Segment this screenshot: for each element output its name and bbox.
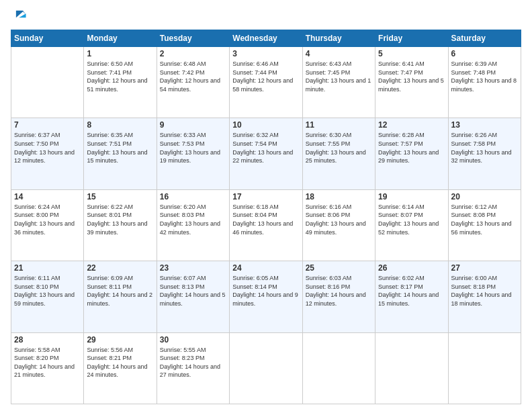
cell-info: Sunrise: 6:16 AMSunset: 8:06 PMDaylight:… <box>306 203 372 236</box>
calendar-cell: 28Sunrise: 5:58 AMSunset: 8:20 PMDayligh… <box>11 332 84 404</box>
calendar-cell: 16Sunrise: 6:20 AMSunset: 8:03 PMDayligh… <box>157 189 229 261</box>
cell-info: Sunrise: 6:14 AMSunset: 8:07 PMDaylight:… <box>378 203 445 236</box>
calendar-table: SundayMondayTuesdayWednesdayThursdayFrid… <box>11 30 521 404</box>
calendar-cell: 18Sunrise: 6:16 AMSunset: 8:06 PMDayligh… <box>302 189 375 261</box>
calendar-cell: 13Sunrise: 6:26 AMSunset: 7:58 PMDayligh… <box>448 118 521 189</box>
calendar-cell: 2Sunrise: 6:48 AMSunset: 7:42 PMDaylight… <box>157 47 229 118</box>
day-number: 28 <box>14 335 81 345</box>
week-row-5: 28Sunrise: 5:58 AMSunset: 8:20 PMDayligh… <box>11 332 521 404</box>
calendar-cell: 12Sunrise: 6:28 AMSunset: 7:57 PMDayligh… <box>375 118 448 189</box>
day-number: 14 <box>14 192 81 201</box>
day-number: 20 <box>451 192 518 201</box>
calendar-cell: 23Sunrise: 6:07 AMSunset: 8:13 PMDayligh… <box>157 261 229 332</box>
week-row-1: 1Sunrise: 6:50 AMSunset: 7:41 PMDaylight… <box>11 47 521 118</box>
cell-info: Sunrise: 6:30 AMSunset: 7:55 PMDaylight:… <box>306 131 372 165</box>
day-header-wednesday: Wednesday <box>230 30 302 47</box>
cell-info: Sunrise: 6:18 AMSunset: 8:04 PMDaylight:… <box>232 203 299 236</box>
calendar-cell: 14Sunrise: 6:24 AMSunset: 8:00 PMDayligh… <box>11 189 84 261</box>
week-row-3: 14Sunrise: 6:24 AMSunset: 8:00 PMDayligh… <box>11 189 521 261</box>
cell-info: Sunrise: 6:02 AMSunset: 8:17 PMDaylight:… <box>378 274 445 308</box>
day-header-saturday: Saturday <box>448 30 521 47</box>
calendar-cell: 27Sunrise: 6:00 AMSunset: 8:18 PMDayligh… <box>448 261 521 332</box>
week-row-4: 21Sunrise: 6:11 AMSunset: 8:10 PMDayligh… <box>11 261 521 332</box>
day-header-friday: Friday <box>375 30 448 47</box>
day-number: 29 <box>87 335 153 345</box>
day-number: 11 <box>306 120 372 130</box>
cell-info: Sunrise: 6:46 AMSunset: 7:44 PMDaylight:… <box>232 60 299 93</box>
cell-info: Sunrise: 6:03 AMSunset: 8:16 PMDaylight:… <box>306 274 372 308</box>
cell-info: Sunrise: 5:55 AMSunset: 8:23 PMDaylight:… <box>160 346 226 379</box>
day-header-sunday: Sunday <box>11 30 84 47</box>
day-number: 27 <box>451 263 518 273</box>
cell-info: Sunrise: 6:33 AMSunset: 7:53 PMDaylight:… <box>160 131 226 165</box>
calendar-cell <box>11 47 84 118</box>
cell-info: Sunrise: 6:41 AMSunset: 7:47 PMDaylight:… <box>378 60 445 93</box>
calendar-cell: 15Sunrise: 6:22 AMSunset: 8:01 PMDayligh… <box>84 189 157 261</box>
day-header-thursday: Thursday <box>302 30 375 47</box>
calendar-cell <box>302 332 375 404</box>
cell-info: Sunrise: 6:20 AMSunset: 8:03 PMDaylight:… <box>160 203 226 236</box>
cell-info: Sunrise: 6:35 AMSunset: 7:51 PMDaylight:… <box>87 131 153 165</box>
day-number: 4 <box>306 49 372 58</box>
calendar-cell: 30Sunrise: 5:55 AMSunset: 8:23 PMDayligh… <box>157 332 229 404</box>
calendar-cell: 6Sunrise: 6:39 AMSunset: 7:48 PMDaylight… <box>448 47 521 118</box>
day-number: 26 <box>378 263 445 273</box>
header <box>11 7 521 24</box>
calendar-cell: 1Sunrise: 6:50 AMSunset: 7:41 PMDaylight… <box>84 47 157 118</box>
day-number: 13 <box>451 120 518 130</box>
calendar-cell: 8Sunrise: 6:35 AMSunset: 7:51 PMDaylight… <box>84 118 157 189</box>
calendar-header-row: SundayMondayTuesdayWednesdayThursdayFrid… <box>11 30 521 47</box>
day-number: 18 <box>306 192 372 201</box>
cell-info: Sunrise: 6:11 AMSunset: 8:10 PMDaylight:… <box>14 274 81 308</box>
cell-info: Sunrise: 6:00 AMSunset: 8:18 PMDaylight:… <box>451 274 518 308</box>
day-number: 5 <box>378 49 445 58</box>
day-number: 22 <box>87 263 153 273</box>
logo-icon <box>12 7 27 21</box>
calendar-cell: 29Sunrise: 5:56 AMSunset: 8:21 PMDayligh… <box>84 332 157 404</box>
cell-info: Sunrise: 6:22 AMSunset: 8:01 PMDaylight:… <box>87 203 153 236</box>
page: SundayMondayTuesdayWednesdayThursdayFrid… <box>0 0 532 411</box>
day-number: 15 <box>87 192 153 201</box>
calendar-cell: 22Sunrise: 6:09 AMSunset: 8:11 PMDayligh… <box>84 261 157 332</box>
cell-info: Sunrise: 6:39 AMSunset: 7:48 PMDaylight:… <box>451 60 518 93</box>
cell-info: Sunrise: 6:48 AMSunset: 7:42 PMDaylight:… <box>160 60 226 93</box>
calendar-cell <box>448 332 521 404</box>
day-number: 17 <box>232 192 299 201</box>
calendar-cell: 11Sunrise: 6:30 AMSunset: 7:55 PMDayligh… <box>302 118 375 189</box>
day-number: 24 <box>232 263 299 273</box>
cell-info: Sunrise: 6:28 AMSunset: 7:57 PMDaylight:… <box>378 131 445 165</box>
cell-info: Sunrise: 6:26 AMSunset: 7:58 PMDaylight:… <box>451 131 518 165</box>
calendar-cell: 25Sunrise: 6:03 AMSunset: 8:16 PMDayligh… <box>302 261 375 332</box>
day-number: 12 <box>378 120 445 130</box>
day-number: 25 <box>306 263 372 273</box>
calendar-cell <box>230 332 302 404</box>
cell-info: Sunrise: 6:09 AMSunset: 8:11 PMDaylight:… <box>87 274 153 308</box>
calendar-cell: 21Sunrise: 6:11 AMSunset: 8:10 PMDayligh… <box>11 261 84 332</box>
calendar-cell: 19Sunrise: 6:14 AMSunset: 8:07 PMDayligh… <box>375 189 448 261</box>
calendar-cell: 10Sunrise: 6:32 AMSunset: 7:54 PMDayligh… <box>230 118 302 189</box>
day-number: 30 <box>160 335 226 345</box>
day-number: 6 <box>451 49 518 58</box>
calendar-cell: 9Sunrise: 6:33 AMSunset: 7:53 PMDaylight… <box>157 118 229 189</box>
day-number: 9 <box>160 120 226 130</box>
calendar-cell: 17Sunrise: 6:18 AMSunset: 8:04 PMDayligh… <box>230 189 302 261</box>
cell-info: Sunrise: 6:50 AMSunset: 7:41 PMDaylight:… <box>87 60 153 93</box>
day-number: 23 <box>160 263 226 273</box>
day-header-monday: Monday <box>84 30 157 47</box>
day-number: 8 <box>87 120 153 130</box>
day-number: 2 <box>160 49 226 58</box>
day-number: 21 <box>14 263 81 273</box>
cell-info: Sunrise: 6:12 AMSunset: 8:08 PMDaylight:… <box>451 203 518 236</box>
cell-info: Sunrise: 5:56 AMSunset: 8:21 PMDaylight:… <box>87 346 153 379</box>
day-number: 7 <box>14 120 81 130</box>
day-number: 19 <box>378 192 445 201</box>
day-number: 16 <box>160 192 226 201</box>
calendar-cell: 7Sunrise: 6:37 AMSunset: 7:50 PMDaylight… <box>11 118 84 189</box>
logo <box>11 7 28 24</box>
cell-info: Sunrise: 6:37 AMSunset: 7:50 PMDaylight:… <box>14 131 81 165</box>
calendar-cell: 26Sunrise: 6:02 AMSunset: 8:17 PMDayligh… <box>375 261 448 332</box>
cell-info: Sunrise: 5:58 AMSunset: 8:20 PMDaylight:… <box>14 346 81 379</box>
week-row-2: 7Sunrise: 6:37 AMSunset: 7:50 PMDaylight… <box>11 118 521 189</box>
calendar-cell: 5Sunrise: 6:41 AMSunset: 7:47 PMDaylight… <box>375 47 448 118</box>
calendar-cell: 20Sunrise: 6:12 AMSunset: 8:08 PMDayligh… <box>448 189 521 261</box>
